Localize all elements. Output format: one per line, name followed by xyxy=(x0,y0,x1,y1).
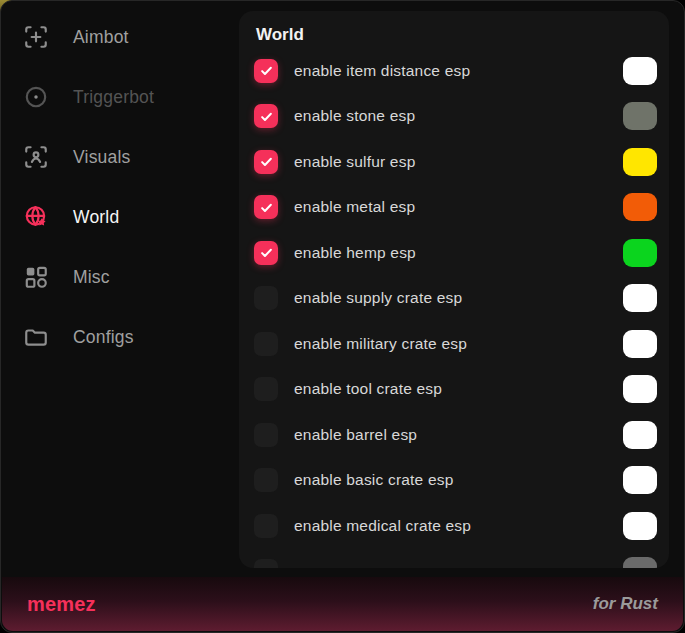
esp-row: enable basic crate esp xyxy=(254,458,663,504)
sidebar: Aimbot Triggerbot Visuals World xyxy=(1,7,239,367)
esp-checkbox[interactable] xyxy=(254,286,278,310)
esp-row-partial xyxy=(254,549,663,569)
color-swatch[interactable] xyxy=(623,148,657,176)
sidebar-item-misc[interactable]: Misc xyxy=(1,247,239,307)
check-icon xyxy=(259,154,274,169)
visuals-scan-user-icon xyxy=(23,144,49,170)
sidebar-item-aimbot[interactable]: Aimbot xyxy=(1,7,239,67)
esp-label: enable supply crate esp xyxy=(294,289,462,307)
cheat-menu-window: Aimbot Triggerbot Visuals World xyxy=(0,0,685,633)
esp-label: enable military crate esp xyxy=(294,335,467,353)
esp-checkbox[interactable] xyxy=(254,195,278,219)
color-swatch[interactable] xyxy=(623,421,657,449)
world-settings-panel: World enable item distance esp enable st… xyxy=(239,11,669,568)
esp-checkbox[interactable] xyxy=(254,104,278,128)
esp-checkbox[interactable] xyxy=(254,423,278,447)
check-icon xyxy=(259,200,274,215)
sidebar-item-world[interactable]: World xyxy=(1,187,239,247)
esp-checkbox[interactable] xyxy=(254,332,278,356)
esp-row: enable sulfur esp xyxy=(254,139,663,185)
color-swatch[interactable] xyxy=(623,284,657,312)
screen: Aimbot Triggerbot Visuals World xyxy=(0,0,685,633)
aimbot-scan-icon xyxy=(23,24,49,50)
esp-checkbox[interactable] xyxy=(254,468,278,492)
color-swatch[interactable] xyxy=(623,512,657,540)
sidebar-item-label: World xyxy=(73,207,119,228)
color-swatch[interactable] xyxy=(623,557,657,568)
check-icon xyxy=(259,109,274,124)
check-icon xyxy=(259,245,274,260)
esp-label: enable medical crate esp xyxy=(294,517,471,535)
esp-row: enable medical crate esp xyxy=(254,503,663,549)
esp-label: enable stone esp xyxy=(294,107,415,125)
color-swatch[interactable] xyxy=(623,466,657,494)
sidebar-item-label: Configs xyxy=(73,327,134,348)
esp-row: enable military crate esp xyxy=(254,321,663,367)
brand-tagline: for Rust xyxy=(593,594,658,614)
sidebar-item-label: Triggerbot xyxy=(73,87,154,108)
color-swatch[interactable] xyxy=(623,102,657,130)
esp-label: enable barrel esp xyxy=(294,426,417,444)
esp-label: enable metal esp xyxy=(294,198,415,216)
color-swatch[interactable] xyxy=(623,330,657,358)
esp-checkbox[interactable] xyxy=(254,514,278,538)
esp-checkbox[interactable] xyxy=(254,377,278,401)
esp-label: enable basic crate esp xyxy=(294,471,454,489)
esp-row: enable stone esp xyxy=(254,94,663,140)
esp-label: enable hemp esp xyxy=(294,244,416,262)
configs-folder-icon xyxy=(23,324,49,350)
esp-row: enable barrel esp xyxy=(254,412,663,458)
esp-label: enable sulfur esp xyxy=(294,153,415,171)
esp-checkbox[interactable] xyxy=(254,150,278,174)
world-globe-icon xyxy=(23,204,49,230)
esp-checkbox[interactable] xyxy=(254,559,278,568)
color-swatch[interactable] xyxy=(623,239,657,267)
esp-label: enable tool crate esp xyxy=(294,380,442,398)
sidebar-item-label: Misc xyxy=(73,267,110,288)
sidebar-item-configs[interactable]: Configs xyxy=(1,307,239,367)
sidebar-item-visuals[interactable]: Visuals xyxy=(1,127,239,187)
panel-title: World xyxy=(256,24,663,46)
esp-row: enable tool crate esp xyxy=(254,367,663,413)
esp-row: enable supply crate esp xyxy=(254,276,663,322)
esp-checkbox[interactable] xyxy=(254,241,278,265)
esp-checkbox[interactable] xyxy=(254,59,278,83)
misc-grid-icon xyxy=(23,264,49,290)
color-swatch[interactable] xyxy=(623,57,657,85)
esp-row: enable metal esp xyxy=(254,185,663,231)
sidebar-item-label: Aimbot xyxy=(73,27,129,48)
esp-row: enable item distance esp xyxy=(254,48,663,94)
esp-label: enable item distance esp xyxy=(294,62,470,80)
sidebar-item-triggerbot[interactable]: Triggerbot xyxy=(1,67,239,127)
footer-bar: memez for Rust xyxy=(2,577,683,631)
color-swatch[interactable] xyxy=(623,193,657,221)
check-icon xyxy=(259,63,274,78)
triggerbot-circle-icon xyxy=(23,84,49,110)
esp-row: enable hemp esp xyxy=(254,230,663,276)
color-swatch[interactable] xyxy=(623,375,657,403)
brand-name: memez xyxy=(27,593,96,616)
sidebar-item-label: Visuals xyxy=(73,147,131,168)
